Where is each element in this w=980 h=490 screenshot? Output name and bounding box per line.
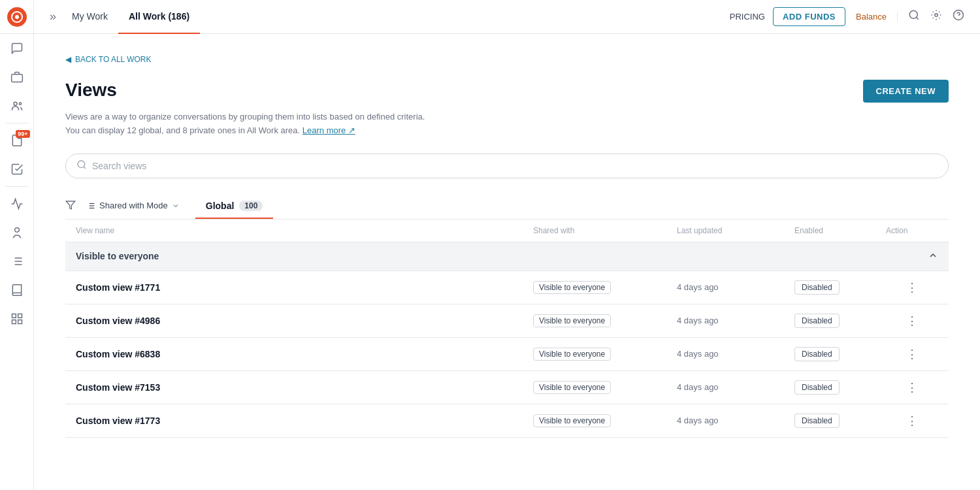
desc-line-1: Views are a way to organize conversation… [65,112,425,122]
search-input[interactable] [92,161,938,171]
enabled-badge[interactable]: Disabled [794,380,840,395]
filter-icon[interactable] [65,200,76,213]
settings-nav-icon[interactable] [925,5,947,28]
view-name-cell: Custom view #1773 [76,416,533,426]
contacts-nav-icon[interactable] [0,91,34,120]
top-navigation: » My Work All Work (186) PRICING ADD FUN… [34,0,980,34]
table-row: Custom view #6838 Visible to everyone 4 … [65,338,949,371]
svg-rect-2 [11,74,22,82]
svg-marker-23 [66,201,74,209]
search-icon [76,159,87,172]
search-views-box [65,154,949,178]
assignments-nav-icon[interactable] [0,155,34,184]
svg-rect-13 [18,314,22,318]
col-header-action: Action [886,226,938,235]
learn-more-text: Learn more [302,125,346,135]
inbox-nav-icon[interactable] [0,63,34,91]
tab-my-work[interactable]: My Work [61,0,118,34]
learn-more-link[interactable]: Learn more ↗ [302,125,355,135]
views-table: View name Shared with Last updated Enabl… [65,220,949,438]
last-updated-cell: 4 days ago [677,382,794,392]
svg-line-22 [84,167,86,169]
col-header-shared-with: Shared with [533,226,677,235]
chat-nav-icon[interactable] [0,34,34,63]
table-row: Custom view #4986 Visible to everyone 4 … [65,304,949,338]
last-updated-cell: 4 days ago [677,282,794,292]
action-menu-button[interactable]: ⋮ [886,314,938,328]
view-name-cell: Custom view #6838 [76,349,533,359]
grid-nav-icon[interactable] [0,304,34,333]
svg-point-18 [935,14,938,17]
action-menu-button[interactable]: ⋮ [886,414,938,428]
more-tabs-icon[interactable]: » [44,7,61,26]
action-menu-button[interactable]: ⋮ [886,280,938,295]
filter-dropdown-label: Shared with Mode [99,201,168,210]
team-nav-icon[interactable] [0,218,34,247]
sidebar-divider-1 [5,123,29,123]
svg-point-5 [14,228,19,233]
shared-badge: Visible to everyone [533,348,611,361]
pricing-link[interactable]: PRICING [722,12,773,22]
view-name-cell: Custom view #1771 [76,282,533,293]
col-header-view-name: View name [76,226,533,235]
tab-all-work[interactable]: All Work (186) [118,0,200,34]
section-header-label: Visible to everyone [76,251,159,261]
action-menu-button[interactable]: ⋮ [886,347,938,361]
svg-line-17 [916,17,918,19]
svg-point-4 [19,103,21,105]
list-nav-icon[interactable] [0,247,34,276]
shared-with-dropdown[interactable]: Shared with Mode [84,195,182,217]
svg-point-3 [14,102,17,105]
app-logo[interactable] [0,0,34,34]
main-content: ◀ BACK TO ALL WORK Views CREATE NEW View… [34,34,980,490]
page-header: Views CREATE NEW [65,80,949,103]
enabled-badge[interactable]: Disabled [794,314,840,328]
last-updated-cell: 4 days ago [677,416,794,425]
sidebar-divider-2 [5,186,29,187]
shared-badge: Visible to everyone [533,381,611,394]
svg-rect-14 [12,320,16,324]
enabled-badge[interactable]: Disabled [794,347,840,361]
search-nav-icon[interactable] [903,5,925,28]
enabled-badge[interactable]: Disabled [794,280,840,295]
section-header-visible-to-everyone: Visible to everyone [65,242,949,271]
svg-point-21 [78,161,85,168]
svg-rect-12 [12,314,16,318]
col-header-enabled: Enabled [794,226,886,235]
create-new-button[interactable]: CREATE NEW [863,80,949,103]
enabled-badge[interactable]: Disabled [794,414,840,428]
table-row: Custom view #7153 Visible to everyone 4 … [65,371,949,404]
desc-line-2: You can display 12 global, and 8 private… [65,125,300,135]
table-row: Custom view #1771 Visible to everyone 4 … [65,271,949,304]
reports-nav-icon[interactable]: 99+ [0,126,34,155]
section-collapse-icon[interactable] [928,250,938,263]
balance-display: Balance [845,12,898,22]
tab-global-count: 100 [239,201,263,211]
back-link-label: BACK TO ALL WORK [75,55,151,64]
chart-nav-icon[interactable] [0,189,34,218]
col-header-last-updated: Last updated [677,226,794,235]
shared-badge: Visible to everyone [533,281,611,294]
tab-global[interactable]: Global 100 [195,194,274,219]
help-nav-icon[interactable] [947,5,970,28]
view-name-cell: Custom view #7153 [76,382,533,393]
action-menu-button[interactable]: ⋮ [886,380,938,395]
back-chevron-icon: ◀ [65,55,71,64]
last-updated-cell: 4 days ago [677,349,794,359]
svg-rect-15 [18,320,22,324]
table-header: View name Shared with Last updated Enabl… [65,220,949,242]
add-funds-button[interactable]: ADD FUNDS [773,7,845,26]
filter-bar: Shared with Mode Global 100 [65,194,949,220]
sidebar: 99+ [0,0,34,490]
svg-point-1 [15,15,19,19]
book-nav-icon[interactable] [0,276,34,304]
content-inner: ◀ BACK TO ALL WORK Views CREATE NEW View… [34,34,980,490]
svg-point-16 [909,10,917,18]
last-updated-cell: 4 days ago [677,316,794,325]
shared-badge: Visible to everyone [533,314,611,327]
page-description: Views are a way to organize conversation… [65,110,949,138]
reports-badge: 99+ [16,130,29,138]
page-title: Views [65,80,117,101]
view-name-cell: Custom view #4986 [76,316,533,326]
back-to-all-work-link[interactable]: ◀ BACK TO ALL WORK [65,55,949,64]
